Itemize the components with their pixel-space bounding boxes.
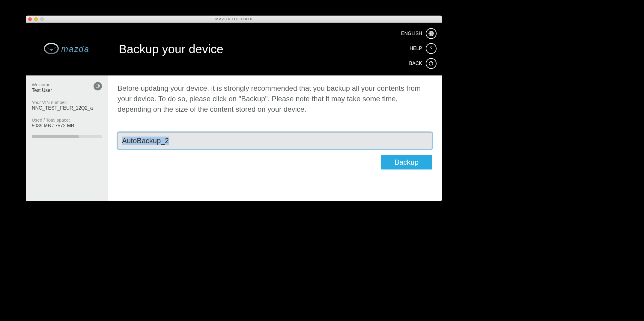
app-window: MAZDA TOOLBOX	[26, 16, 442, 201]
sidebar-space-block: Used / Total space: 5039 MB / 7572 MB	[32, 117, 102, 128]
back-label: BACK	[409, 61, 422, 66]
svg-point-0	[44, 43, 58, 54]
sidebar-welcome-block: Welcome Test User	[32, 82, 102, 93]
space-usage-fill	[32, 135, 79, 138]
back-button[interactable]: BACK	[409, 58, 437, 69]
logout-button[interactable]	[94, 82, 102, 90]
welcome-label: Welcome	[32, 82, 102, 87]
space-value: 5039 MB / 7572 MB	[32, 123, 102, 128]
question-icon	[426, 43, 437, 54]
user-name: Test User	[32, 88, 102, 93]
backup-button[interactable]: Backup	[381, 155, 432, 169]
language-button[interactable]: ENGLISH	[401, 28, 437, 39]
main-content: Before updating your device, it is stron…	[108, 75, 442, 201]
back-arrow-icon	[426, 58, 437, 69]
space-label: Used / Total space:	[32, 117, 102, 122]
logout-icon	[95, 84, 100, 89]
backup-name-input[interactable]	[118, 132, 432, 149]
logo-area: mazda	[26, 23, 108, 75]
sidebar-vin-block: Your VIN number: NNG_TEST_FEUR_12Q2_a	[32, 100, 102, 111]
vin-label: Your VIN number:	[32, 100, 102, 105]
header-divider	[107, 25, 107, 78]
titlebar: MAZDA TOOLBOX	[26, 16, 442, 23]
help-label: HELP	[410, 46, 422, 51]
vin-value: NNG_TEST_FEUR_12Q2_a	[32, 105, 102, 111]
backup-description: Before updating your device, it is stron…	[118, 83, 432, 114]
sidebar: Welcome Test User Your VIN number: NNG_T…	[26, 75, 108, 201]
app-header: mazda Backup your device ENGLISH	[26, 23, 442, 75]
page-title: Backup your device	[108, 23, 442, 75]
globe-icon	[426, 28, 437, 39]
help-button[interactable]: HELP	[410, 43, 437, 54]
space-usage-bar	[32, 135, 102, 138]
window-title: MAZDA TOOLBOX	[26, 17, 442, 21]
mazda-logo-icon	[44, 43, 59, 56]
brand-name: mazda	[61, 44, 89, 54]
language-label: ENGLISH	[401, 31, 422, 36]
header-actions: ENGLISH HELP	[401, 28, 437, 69]
svg-point-4	[431, 50, 431, 50]
